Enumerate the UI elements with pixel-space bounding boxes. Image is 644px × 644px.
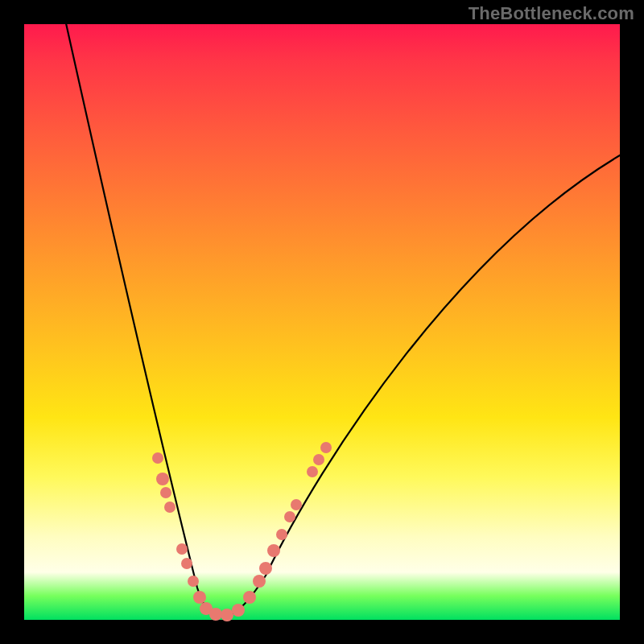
data-dot <box>193 591 206 604</box>
data-dot <box>313 454 324 465</box>
data-dot <box>176 543 188 555</box>
canvas: TheBottleneck.com <box>0 0 644 644</box>
data-dot <box>232 604 245 617</box>
data-dot <box>291 499 302 510</box>
chart-svg <box>24 24 620 620</box>
watermark-text: TheBottleneck.com <box>469 3 634 24</box>
plot-area <box>24 24 620 620</box>
right-curve <box>221 153 624 617</box>
data-dot <box>259 562 272 575</box>
data-dot <box>307 466 318 477</box>
data-dot <box>221 609 233 621</box>
left-curve <box>64 16 221 617</box>
data-dot <box>164 502 175 513</box>
data-dot <box>181 558 192 569</box>
data-dot <box>160 487 171 498</box>
data-dot <box>267 544 280 557</box>
data-dot <box>188 576 199 587</box>
data-dot <box>152 452 163 464</box>
data-dot <box>209 608 222 621</box>
data-dot <box>276 529 287 540</box>
dot-layer <box>152 442 332 621</box>
data-dot <box>284 511 295 522</box>
data-dot <box>320 442 332 453</box>
data-dot <box>156 473 169 485</box>
data-dot <box>253 575 266 588</box>
data-dot <box>243 591 256 604</box>
